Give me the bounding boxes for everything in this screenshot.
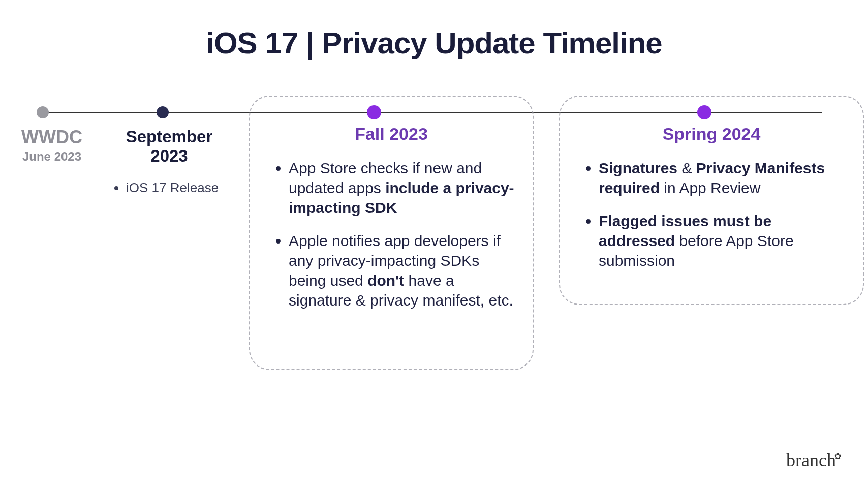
sept-bullets: iOS 17 Release [111, 180, 228, 196]
branch-logo: branch✿ [786, 449, 843, 471]
event-wwdc: WWDC June 2023 [11, 127, 92, 164]
spring-heading: Spring 2024 [578, 124, 845, 144]
text: in App Review [660, 179, 760, 196]
list-item: App Store checks if new and updated apps… [289, 158, 514, 218]
page-title: iOS 17 | Privacy Update Timeline [0, 25, 868, 60]
list-item: Apple notifies app developers if any pri… [289, 231, 514, 310]
text: & [677, 160, 696, 176]
list-item: iOS 17 Release [126, 180, 228, 196]
logo-text: branch [786, 450, 836, 470]
fall-heading: Fall 2023 [268, 124, 514, 144]
wwdc-heading: WWDC [11, 127, 92, 147]
sept-heading: September 2023 [111, 127, 228, 166]
list-item: Signatures & Privacy Manifests required … [599, 158, 845, 198]
list-item: Flagged issues must be addressed before … [599, 211, 845, 270]
text-bold: Signatures [599, 160, 677, 176]
fall-bullets: App Store checks if new and updated apps… [268, 158, 514, 310]
timeline-dot-wwdc [37, 106, 49, 118]
wwdc-subheading: June 2023 [11, 149, 92, 164]
event-fall-card: Fall 2023 App Store checks if new and up… [249, 96, 534, 370]
event-spring-card: Spring 2024 Signatures & Privacy Manifes… [559, 96, 864, 305]
timeline-dot-sept [157, 106, 169, 118]
event-sept: September 2023 iOS 17 Release [111, 127, 228, 196]
spring-bullets: Signatures & Privacy Manifests required … [578, 158, 845, 270]
text-bold: don't [367, 272, 404, 289]
